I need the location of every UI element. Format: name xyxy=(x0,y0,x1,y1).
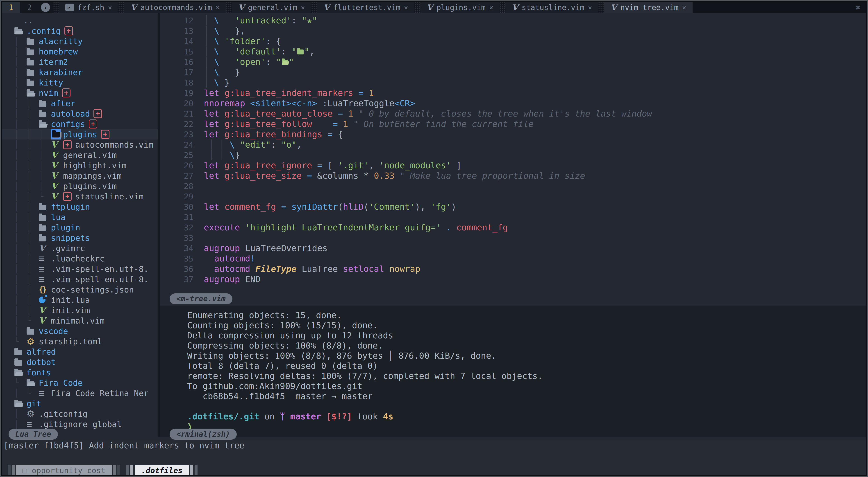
git-new-badge: + xyxy=(64,26,73,35)
editor-pane[interactable]: 12│ \ 'untracked': "★"13│ \ },14│ \ 'fol… xyxy=(160,13,866,306)
close-all-icon[interactable]: ✖ xyxy=(849,2,866,13)
code-token: [ xyxy=(322,161,338,170)
tab-plugins-vim[interactable]: Vplugins.vim× xyxy=(420,2,500,13)
tree-item-gitignore-global[interactable]: │≡.gitignore_global xyxy=(2,419,158,429)
tree-item-vim-spell-en-utf-8[interactable]: ││≡.vim-spell-en.utf-8. xyxy=(2,274,158,284)
code-token: }, xyxy=(219,26,245,36)
tab-number-2[interactable]: 2 xyxy=(20,2,39,13)
tree-item-coc-settings-json[interactable]: ││{}coc-settings.json xyxy=(2,284,158,295)
gear-icon: ⚙ xyxy=(27,337,35,346)
tree-item-autoload[interactable]: ││autoload+ xyxy=(2,108,158,119)
terminal-pane[interactable]: Enumerating objects: 15, done.Counting o… xyxy=(160,306,866,437)
tab-close-icon[interactable]: × xyxy=(108,4,112,11)
line-number: 28 xyxy=(160,181,193,191)
tree-item-label: configs xyxy=(51,120,85,129)
tree-item-alacritty[interactable]: │alacritty xyxy=(2,36,158,46)
tree-item-config[interactable]: .config+ xyxy=(2,26,158,36)
tree-item-label: .gitignore_global xyxy=(39,420,122,429)
code-token: comment_fg xyxy=(224,202,276,212)
code-token: 'node_modules' xyxy=(379,161,451,170)
tree-item-statusline-vim[interactable]: ││└V+statusline.vim xyxy=(2,191,158,202)
tree-item-iterm2[interactable]: │iterm2 xyxy=(2,57,158,67)
tab-number-1[interactable]: 1 xyxy=(2,2,20,13)
tree-item-mappings-vim[interactable]: │││Vmappings.vim xyxy=(2,171,158,181)
tab-close-icon[interactable]: × xyxy=(404,4,408,11)
tree-item-label: Fira Code Retina Ner xyxy=(51,388,148,398)
tab-fzf-sh[interactable]: >_fzf.sh× xyxy=(59,2,118,13)
tree-item-fira-code[interactable]: └Fira Code xyxy=(2,378,158,388)
tree-item-git[interactable]: git xyxy=(2,398,158,409)
tree-item-init-lua[interactable]: ││init.lua xyxy=(2,295,158,305)
tab-close-icon[interactable]: × xyxy=(588,4,592,11)
folder-open-icon xyxy=(14,400,27,407)
folder-icon xyxy=(27,329,34,335)
tree-item-fonts[interactable]: fonts xyxy=(2,367,158,378)
tree-item-luacheckrc[interactable]: ││≡.luacheckrc xyxy=(2,253,158,264)
tree-item-lua[interactable]: ││lua xyxy=(2,212,158,222)
code-text: autocmd! xyxy=(204,253,255,264)
tree-item-autocommands-vim[interactable]: │││V+autocommands.vim xyxy=(2,139,158,150)
tab-autocommands-vim[interactable]: Vautocommands.vim× xyxy=(124,2,226,13)
tree-indent-guide: └ xyxy=(27,316,39,325)
code-line: 30let comment_fg = synIDattr(hlID('Comme… xyxy=(160,202,866,212)
tree-item-gvimrc[interactable]: ││V.gvimrc xyxy=(2,243,158,253)
tab-statusline-vim[interactable]: Vstatusline.vim× xyxy=(505,2,598,13)
tree-item-item[interactable]: .. xyxy=(2,15,158,26)
tab-close-icon[interactable]: × xyxy=(682,4,686,11)
tree-indent-guide: │ xyxy=(27,192,39,201)
tab-close-icon[interactable]: × xyxy=(301,4,305,11)
tree-item-highlight-vim[interactable]: │││Vhighlight.vim xyxy=(2,160,158,171)
tab-close-icon[interactable]: × xyxy=(489,4,493,11)
tree-item-configs[interactable]: ││configs+ xyxy=(2,119,158,129)
tree-item-plugins-vim[interactable]: │││Vplugins.vim xyxy=(2,181,158,191)
tree-item-alfred[interactable]: alfred xyxy=(2,346,158,357)
tree-item-plugins[interactable]: │││plugins+ xyxy=(2,129,158,139)
tree-item-vim-spell-en-utf-8[interactable]: ││≡.vim-spell-en.utf-8. xyxy=(2,264,158,274)
tree-item-homebrew[interactable]: │homebrew xyxy=(2,46,158,57)
tree-item-general-vim[interactable]: │││Vgeneral.vim xyxy=(2,150,158,160)
code-line: 16│ \ 'open': "" xyxy=(160,57,866,67)
tree-item-starship-toml[interactable]: └⚙starship.toml xyxy=(2,336,158,346)
tree-item-after[interactable]: ││after xyxy=(2,98,158,108)
vim-icon: V xyxy=(238,3,244,11)
tree-item-dotbot[interactable]: dotbot xyxy=(2,357,158,367)
tree-item-fira-code-retina-ner[interactable]: │└≡Fira Code Retina Ner xyxy=(2,388,158,398)
tree-item-label: alacritty xyxy=(39,37,83,46)
tree-indent-guide: │ xyxy=(27,233,39,242)
back-icon[interactable]: ‹ xyxy=(41,3,50,12)
tab-general-vim[interactable]: Vgeneral.vim× xyxy=(232,2,311,13)
tree-item-plugin[interactable]: ││plugin xyxy=(2,222,158,233)
tree-item-vscode[interactable]: │vscode xyxy=(2,326,158,336)
pane-divider[interactable] xyxy=(158,13,160,437)
code-token: let xyxy=(204,119,224,129)
code-token: 'fg' xyxy=(431,202,451,212)
code-line: 15│ \ 'default': "", xyxy=(160,46,866,57)
prompt-token: ᛘ master xyxy=(280,411,321,421)
tree-item-gitconfig[interactable]: │⚙.gitconfig xyxy=(2,409,158,419)
tmux-window-opportunity-cost[interactable]: □ opportunity_cost xyxy=(8,465,120,475)
tree-indent-guide: │ xyxy=(27,244,39,253)
code-line: 14│ \ 'folder': { xyxy=(160,36,866,46)
code-token: │ xyxy=(204,78,214,88)
tree-item-label: fonts xyxy=(27,368,51,377)
tmux-window-dotfiles[interactable]: .dotfiles xyxy=(126,465,197,475)
code-token: setlocal xyxy=(343,264,390,274)
tree-item-kitty[interactable]: │kitty xyxy=(2,77,158,88)
tree-item-karabiner[interactable]: │karabiner xyxy=(2,67,158,77)
list-file-icon: ≡ xyxy=(27,419,32,429)
code-token: autocmd xyxy=(214,253,250,264)
tab-nvim-tree-vim[interactable]: Vnvim-tree.vim× xyxy=(604,2,692,13)
tree-item-ftplugin[interactable]: ││ftplugin xyxy=(2,202,158,212)
tree-item-label: statusline.vim xyxy=(75,192,144,201)
code-text: │ \ 'open': "" xyxy=(204,57,294,67)
tree-item-nvim[interactable]: │nvim+ xyxy=(2,88,158,98)
tab-fluttertest-vim[interactable]: Vfluttertest.vim× xyxy=(317,2,414,13)
tree-item-minimal-vim[interactable]: │└Vminimal.vim xyxy=(2,315,158,326)
tab-close-icon[interactable]: × xyxy=(216,4,220,11)
vim-icon: V xyxy=(51,182,57,190)
tree-indent-guide: │ xyxy=(39,130,51,139)
code-token: " xyxy=(304,46,309,57)
tree-item-snippets[interactable]: ││snippets xyxy=(2,233,158,243)
tree-item-init-vim[interactable]: ││Vinit.vim xyxy=(2,305,158,315)
code-token: ! xyxy=(250,253,255,264)
